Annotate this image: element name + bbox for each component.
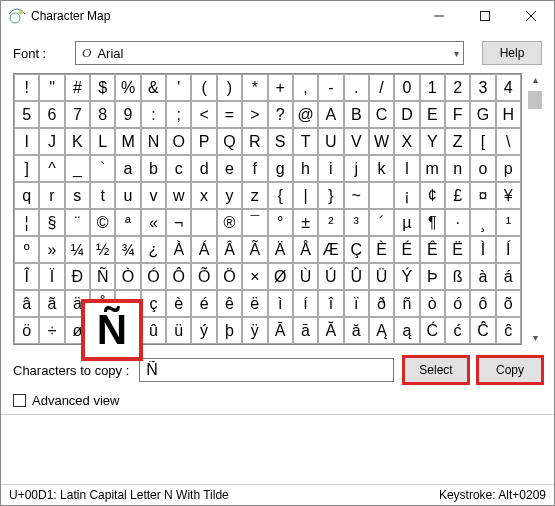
char-cell[interactable]: ] — [14, 155, 39, 182]
char-cell[interactable]: 7 — [65, 101, 90, 128]
char-cell[interactable]: Z — [445, 128, 470, 155]
char-cell[interactable]: f — [242, 155, 267, 182]
char-cell[interactable]: ÷ — [39, 317, 64, 344]
char-cell[interactable]: ì — [268, 290, 293, 317]
char-cell[interactable]: 5 — [14, 101, 39, 128]
char-cell[interactable]: Â — [217, 236, 242, 263]
char-cell[interactable]: ² — [318, 209, 343, 236]
char-cell[interactable]: i — [318, 155, 343, 182]
char-cell[interactable]: 3 — [470, 74, 495, 101]
char-cell[interactable]: ? — [268, 101, 293, 128]
maximize-button[interactable] — [462, 1, 508, 31]
char-cell[interactable]: / — [369, 74, 394, 101]
char-cell[interactable]: Ø — [268, 263, 293, 290]
char-cell[interactable]: ą — [394, 317, 419, 344]
char-cell[interactable]: ° — [268, 209, 293, 236]
char-cell[interactable]: ï — [344, 290, 369, 317]
char-cell[interactable]: R — [242, 128, 267, 155]
char-cell[interactable]: Ó — [141, 263, 166, 290]
char-cell[interactable]: @ — [293, 101, 318, 128]
char-cell[interactable]: 6 — [39, 101, 64, 128]
char-cell[interactable]: $ — [90, 74, 115, 101]
char-cell[interactable]: Õ — [191, 263, 216, 290]
char-cell[interactable]: E — [420, 101, 445, 128]
font-dropdown[interactable]: O Arial ▾ — [75, 41, 464, 65]
char-cell[interactable]: I — [14, 128, 39, 155]
scroll-down-icon[interactable]: ▾ — [533, 331, 538, 345]
char-cell[interactable]: Ç — [344, 236, 369, 263]
char-cell[interactable]: ­ — [191, 209, 216, 236]
char-cell[interactable]: ¹ — [496, 209, 521, 236]
char-cell[interactable]: P — [191, 128, 216, 155]
char-cell[interactable]: D — [394, 101, 419, 128]
char-cell[interactable]: « — [141, 209, 166, 236]
char-cell[interactable]: V — [344, 128, 369, 155]
char-cell[interactable]: 2 — [445, 74, 470, 101]
char-cell[interactable]: z — [242, 182, 267, 209]
char-cell[interactable]: # — [65, 74, 90, 101]
char-cell[interactable]: ß — [445, 263, 470, 290]
minimize-button[interactable] — [416, 1, 462, 31]
char-cell[interactable]: à — [470, 263, 495, 290]
char-cell[interactable]: Å — [293, 236, 318, 263]
char-cell[interactable]: + — [268, 74, 293, 101]
char-cell[interactable]: Á — [191, 236, 216, 263]
char-cell[interactable]: 4 — [496, 74, 521, 101]
char-cell[interactable]: ³ — [344, 209, 369, 236]
char-cell[interactable]: Ą — [369, 317, 394, 344]
char-cell[interactable]: h — [293, 155, 318, 182]
char-cell[interactable]: c — [166, 155, 191, 182]
char-cell[interactable]: í — [293, 290, 318, 317]
char-cell[interactable]: T — [293, 128, 318, 155]
char-cell[interactable]: K — [65, 128, 90, 155]
char-cell[interactable]: Ú — [318, 263, 343, 290]
close-button[interactable] — [508, 1, 554, 31]
char-cell[interactable]: ¸ — [470, 209, 495, 236]
char-cell[interactable]: ĉ — [496, 317, 521, 344]
char-cell[interactable]: a — [115, 155, 140, 182]
char-cell[interactable]: H — [496, 101, 521, 128]
char-cell[interactable]: F — [445, 101, 470, 128]
char-cell[interactable]: ¥ — [496, 182, 521, 209]
char-cell[interactable]: C — [369, 101, 394, 128]
char-cell[interactable]: ö — [14, 317, 39, 344]
char-cell[interactable]: { — [268, 182, 293, 209]
char-cell[interactable]: ª — [115, 209, 140, 236]
char-cell[interactable]: = — [217, 101, 242, 128]
char-cell[interactable]: Í — [496, 236, 521, 263]
char-cell[interactable]: - — [318, 74, 343, 101]
char-cell[interactable]: õ — [496, 290, 521, 317]
char-cell[interactable]: Æ — [318, 236, 343, 263]
char-cell[interactable]: l — [394, 155, 419, 182]
char-cell[interactable]: ` — [90, 155, 115, 182]
char-cell[interactable]: ¨ — [65, 209, 90, 236]
char-cell[interactable]: G — [470, 101, 495, 128]
char-cell[interactable]: & — [141, 74, 166, 101]
char-cell[interactable]: ç — [141, 290, 166, 317]
char-cell[interactable]: ¢ — [420, 182, 445, 209]
char-cell[interactable]: S — [268, 128, 293, 155]
copy-input[interactable] — [139, 358, 394, 382]
char-cell[interactable]: ¾ — [115, 236, 140, 263]
char-cell[interactable]: î — [318, 290, 343, 317]
char-cell[interactable]: q — [14, 182, 39, 209]
copy-button[interactable]: Copy — [478, 357, 542, 383]
char-cell[interactable]: Û — [344, 263, 369, 290]
char-cell[interactable]: j — [344, 155, 369, 182]
char-cell[interactable]: s — [65, 182, 90, 209]
char-cell[interactable]: 0 — [394, 74, 419, 101]
char-cell[interactable]: Ê — [420, 236, 445, 263]
char-cell[interactable]: ) — [217, 74, 242, 101]
char-cell[interactable]: N — [141, 128, 166, 155]
char-cell[interactable]: Ï — [39, 263, 64, 290]
char-cell[interactable]: x — [191, 182, 216, 209]
char-cell[interactable]: M — [115, 128, 140, 155]
char-cell[interactable]: ë — [242, 290, 267, 317]
char-cell[interactable]: [ — [470, 128, 495, 155]
char-cell[interactable]: | — [293, 182, 318, 209]
char-cell[interactable]: Ñ — [90, 263, 115, 290]
char-cell[interactable]: ¼ — [65, 236, 90, 263]
char-cell[interactable]: ô — [470, 290, 495, 317]
char-cell[interactable]: é — [191, 290, 216, 317]
char-cell[interactable]: Q — [217, 128, 242, 155]
